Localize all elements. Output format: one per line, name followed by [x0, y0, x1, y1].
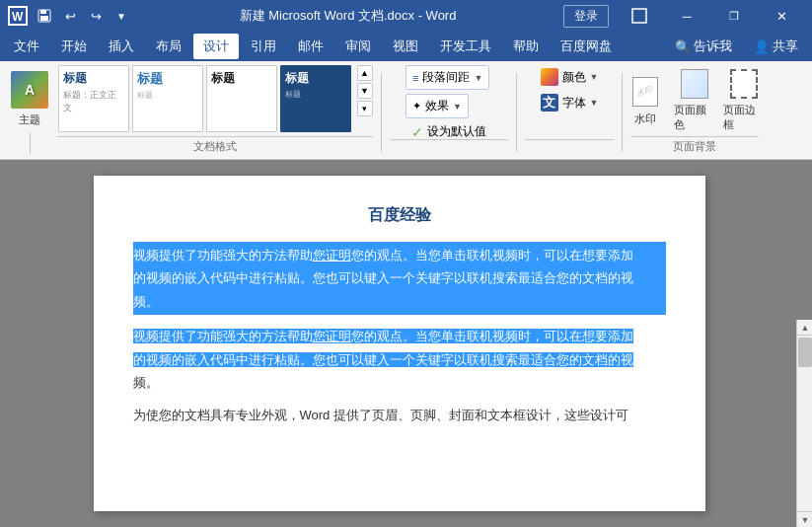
colors-button[interactable]: 颜色 ▼: [535, 65, 605, 89]
style-expand[interactable]: ▾: [357, 101, 373, 116]
page-color-icon: [681, 69, 708, 99]
help-button[interactable]: [617, 0, 662, 32]
paragraph-2: 视频提供了功能强大的方法帮助您证明您的观点。当您单击联机视频时，可以在想要添加的…: [133, 325, 666, 394]
style-scroll-buttons: ▲ ▼ ▾: [357, 65, 373, 116]
fonts-button[interactable]: 文 字体 ▼: [535, 91, 605, 114]
scrollbar-right[interactable]: ▲ ▼: [796, 320, 812, 527]
menu-layout[interactable]: 布局: [146, 34, 191, 59]
color-icon: [541, 68, 558, 86]
menu-design[interactable]: 设计: [193, 34, 239, 59]
divider1: [30, 132, 31, 154]
menu-baidu[interactable]: 百度网盘: [551, 34, 622, 59]
minimize-button[interactable]: ─: [664, 0, 709, 32]
menu-file[interactable]: 文件: [4, 34, 49, 59]
scroll-down-arrow[interactable]: ▼: [797, 511, 812, 527]
customize-button[interactable]: ▼: [111, 5, 132, 27]
watermark-button[interactable]: 水印 水印: [625, 67, 666, 134]
theme-icon: A: [11, 71, 48, 109]
effects-button[interactable]: ✦ 效果 ▼: [406, 94, 469, 118]
paragraph-3: 为使您的文档具有专业外观，Word 提供了页眉、页脚、封面和文本框设计，这些设计…: [133, 404, 666, 426]
font-icon: 文: [541, 94, 558, 112]
menu-developer[interactable]: 开发工具: [430, 34, 501, 59]
watermark-label: 水印: [634, 112, 656, 126]
style-gallery-section: 标题 标题：正文正文 标题 标题: [57, 65, 373, 154]
window-controls: ─ ❐ ✕: [617, 0, 804, 32]
menu-bar: 文件 开始 插入 布局 设计 引用 邮件 审阅 视图 开发工具 帮助 百度网盘 …: [0, 32, 812, 61]
document-title: 新建 Microsoft Word 文档.docx - Word: [240, 7, 457, 25]
close-button[interactable]: ✕: [759, 0, 804, 32]
svg-rect-3: [40, 10, 46, 14]
divider3: [516, 73, 517, 152]
theme-label: 主题: [19, 113, 40, 127]
restore-button[interactable]: ❐: [711, 0, 757, 32]
style-scroll-up[interactable]: ▲: [357, 65, 373, 81]
para-spacing-label: 段落间距: [422, 69, 470, 86]
document-page: 百度经验 视频提供了功能强大的方法帮助您证明您的观点。当您单击联机视频时，可以在…: [94, 176, 705, 511]
style-thumb-3[interactable]: 标题: [206, 65, 277, 132]
page-color-button[interactable]: 页面颜色: [674, 67, 715, 134]
menu-share[interactable]: 👤 共享: [744, 34, 808, 59]
watermark-icon: 水印: [629, 76, 661, 108]
scroll-thumb[interactable]: [798, 338, 812, 367]
svg-text:W: W: [12, 10, 24, 24]
page-border-label: 页面边框: [723, 103, 765, 132]
check-icon: ✓: [411, 124, 423, 140]
quick-access-toolbar: ↩ ↪ ▼: [34, 5, 132, 27]
style-thumb-2[interactable]: 标题 标题: [132, 65, 203, 132]
word-icon: W: [8, 6, 28, 26]
page-border-icon: [730, 69, 758, 99]
save-button[interactable]: [34, 5, 55, 27]
doc-format-label: 文档格式: [57, 136, 373, 154]
theme-section: A 主题: [6, 65, 53, 154]
redo-button[interactable]: ↪: [85, 5, 107, 27]
paragraph-1: 视频提供了功能强大的方法帮助您证明您的观点。当您单击联机视频时，可以在想要添加的…: [133, 242, 666, 315]
colors-fonts-section: ≡ 段落间距 ▼ ✦ 效果 ▼ ✓ 设为默认值: [390, 65, 508, 154]
style-scroll-down[interactable]: ▼: [357, 83, 373, 99]
divider2: [381, 73, 382, 152]
menu-insert[interactable]: 插入: [99, 34, 144, 59]
ribbon: A 主题 标题 标题：正文正文: [0, 61, 812, 160]
title-bar-center: 新建 Microsoft Word 文档.docx - Word: [240, 7, 457, 25]
menu-help[interactable]: 帮助: [503, 34, 549, 59]
style-thumb-1[interactable]: 标题 标题：正文正文: [58, 65, 129, 132]
menu-tell-me[interactable]: 🔍 告诉我: [665, 34, 742, 59]
section-label-empty2: [525, 139, 614, 154]
style-thumbnails: 标题 标题：正文正文 标题 标题: [58, 65, 351, 132]
colors-label: 颜色: [562, 69, 586, 86]
menu-view[interactable]: 视图: [383, 34, 428, 59]
page-bg-label: 页面背景: [630, 136, 759, 154]
theme-button[interactable]: A 主题: [6, 65, 53, 132]
colors-fonts: 颜色 ▼ 文 字体 ▼: [525, 65, 614, 154]
section-label-empty: [390, 139, 508, 154]
menu-review[interactable]: 审阅: [335, 34, 381, 59]
fonts-label: 字体: [562, 95, 586, 112]
title-bar-left: W ↩ ↪ ▼: [8, 5, 132, 27]
title-bar: W ↩ ↪ ▼ 新建 Microsoft Word 文档.docx - W: [0, 0, 812, 32]
page-border-button[interactable]: 页面边框: [723, 67, 765, 134]
divider4: [622, 73, 623, 152]
scroll-up-arrow[interactable]: ▲: [797, 320, 812, 336]
menu-mailings[interactable]: 邮件: [288, 34, 333, 59]
menu-home[interactable]: 开始: [51, 34, 97, 59]
undo-button[interactable]: ↩: [59, 5, 81, 27]
document-area: 百度经验 视频提供了功能强大的方法帮助您证明您的观点。当您单击联机视频时，可以在…: [0, 160, 812, 527]
document-title: 百度经验: [133, 205, 666, 226]
paragraph-spacing-button[interactable]: ≡ 段落间距 ▼: [406, 65, 489, 90]
page-color-label: 页面颜色: [674, 103, 715, 132]
svg-rect-4: [40, 16, 48, 21]
menu-references[interactable]: 引用: [241, 34, 286, 59]
effects-label: 效果: [425, 98, 449, 114]
set-default-label: 设为默认值: [427, 123, 486, 140]
svg-rect-5: [632, 9, 646, 23]
page-bg-section: 水印 水印 页面颜色 页面边框 页面背景: [630, 65, 759, 154]
title-bar-right: 登录 ─ ❐ ✕: [563, 0, 804, 32]
style-thumb-4[interactable]: 标题 标题: [280, 65, 351, 132]
login-button[interactable]: 登录: [563, 5, 609, 28]
